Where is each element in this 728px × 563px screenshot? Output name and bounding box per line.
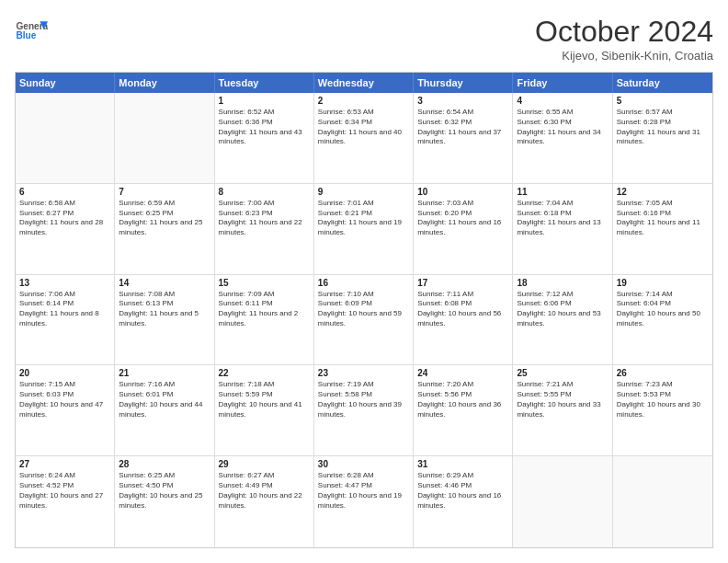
week-row-2: 6Sunrise: 6:58 AMSunset: 6:27 PMDaylight… (16, 184, 712, 275)
cell-info: Sunrise: 6:57 AMSunset: 6:28 PMDaylight:… (617, 108, 709, 147)
day-cell-15: 15Sunrise: 7:09 AMSunset: 6:11 PMDayligh… (215, 275, 314, 365)
day-cell-26: 26Sunrise: 7:23 AMSunset: 5:53 PMDayligh… (613, 365, 712, 455)
day-cell-17: 17Sunrise: 7:11 AMSunset: 6:08 PMDayligh… (414, 275, 513, 365)
header-day-friday: Friday (513, 73, 612, 93)
day-cell-9: 9Sunrise: 7:01 AMSunset: 6:21 PMDaylight… (314, 184, 414, 274)
svg-text:Blue: Blue (16, 30, 36, 40)
week-row-5: 27Sunrise: 6:24 AMSunset: 4:52 PMDayligh… (16, 456, 712, 547)
day-number: 17 (417, 278, 508, 288)
header-day-monday: Monday (115, 73, 214, 93)
cell-info: Sunrise: 6:53 AMSunset: 6:34 PMDaylight:… (318, 108, 409, 147)
day-cell-18: 18Sunrise: 7:12 AMSunset: 6:06 PMDayligh… (513, 275, 612, 365)
cell-info: Sunrise: 7:09 AMSunset: 6:11 PMDaylight:… (219, 290, 310, 329)
day-number: 11 (517, 187, 608, 197)
cell-info: Sunrise: 7:10 AMSunset: 6:09 PMDaylight:… (318, 290, 409, 329)
day-number: 8 (219, 187, 310, 197)
day-number: 14 (119, 278, 210, 288)
cell-info: Sunrise: 6:27 AMSunset: 4:49 PMDaylight:… (219, 471, 310, 511)
cell-info: Sunrise: 6:55 AMSunset: 6:30 PMDaylight:… (517, 108, 608, 147)
day-number: 1 (219, 96, 310, 106)
day-number: 21 (119, 368, 210, 378)
day-cell-5: 5Sunrise: 6:57 AMSunset: 6:28 PMDaylight… (613, 93, 712, 183)
day-cell-21: 21Sunrise: 7:16 AMSunset: 6:01 PMDayligh… (115, 365, 214, 455)
day-number: 24 (417, 368, 508, 378)
day-number: 25 (517, 368, 608, 378)
day-cell-10: 10Sunrise: 7:03 AMSunset: 6:20 PMDayligh… (414, 184, 513, 274)
day-number: 6 (19, 187, 110, 197)
day-number: 4 (517, 96, 608, 106)
cell-info: Sunrise: 7:04 AMSunset: 6:18 PMDaylight:… (517, 199, 608, 238)
day-number: 22 (219, 368, 310, 378)
day-number: 2 (318, 96, 409, 106)
cell-info: Sunrise: 6:25 AMSunset: 4:50 PMDaylight:… (119, 471, 210, 511)
day-cell-14: 14Sunrise: 7:08 AMSunset: 6:13 PMDayligh… (115, 275, 214, 365)
day-cell-23: 23Sunrise: 7:19 AMSunset: 5:58 PMDayligh… (314, 365, 414, 455)
day-number: 3 (417, 96, 508, 106)
cell-info: Sunrise: 7:12 AMSunset: 6:06 PMDaylight:… (517, 290, 608, 329)
empty-cell (115, 93, 214, 183)
week-row-1: 1Sunrise: 6:52 AMSunset: 6:36 PMDaylight… (16, 93, 712, 184)
day-number: 23 (318, 368, 409, 378)
day-number: 12 (617, 187, 709, 197)
cell-info: Sunrise: 7:14 AMSunset: 6:04 PMDaylight:… (617, 290, 709, 329)
day-cell-19: 19Sunrise: 7:14 AMSunset: 6:04 PMDayligh… (613, 275, 712, 365)
cell-info: Sunrise: 7:21 AMSunset: 5:55 PMDaylight:… (517, 380, 608, 419)
cell-info: Sunrise: 6:29 AMSunset: 4:46 PMDaylight:… (417, 471, 508, 511)
day-number: 28 (119, 459, 210, 469)
day-cell-7: 7Sunrise: 6:59 AMSunset: 6:25 PMDaylight… (115, 184, 214, 274)
day-cell-31: 31Sunrise: 6:29 AMSunset: 4:46 PMDayligh… (414, 456, 513, 547)
cell-info: Sunrise: 6:59 AMSunset: 6:25 PMDaylight:… (119, 199, 210, 238)
day-number: 27 (19, 459, 110, 469)
cell-info: Sunrise: 7:05 AMSunset: 6:16 PMDaylight:… (617, 199, 709, 238)
day-number: 7 (119, 187, 210, 197)
cell-info: Sunrise: 7:06 AMSunset: 6:14 PMDaylight:… (19, 290, 110, 329)
cell-info: Sunrise: 6:28 AMSunset: 4:47 PMDaylight:… (318, 471, 409, 511)
day-cell-6: 6Sunrise: 6:58 AMSunset: 6:27 PMDaylight… (16, 184, 115, 274)
header-day-tuesday: Tuesday (215, 73, 314, 93)
cell-info: Sunrise: 7:08 AMSunset: 6:13 PMDaylight:… (119, 290, 210, 329)
day-cell-28: 28Sunrise: 6:25 AMSunset: 4:50 PMDayligh… (115, 456, 214, 547)
header-day-sunday: Sunday (16, 73, 115, 93)
day-cell-29: 29Sunrise: 6:27 AMSunset: 4:49 PMDayligh… (215, 456, 314, 547)
day-cell-1: 1Sunrise: 6:52 AMSunset: 6:36 PMDaylight… (215, 93, 314, 183)
day-cell-25: 25Sunrise: 7:21 AMSunset: 5:55 PMDayligh… (513, 365, 612, 455)
day-cell-30: 30Sunrise: 6:28 AMSunset: 4:47 PMDayligh… (314, 456, 414, 547)
day-number: 18 (517, 278, 608, 288)
day-cell-13: 13Sunrise: 7:06 AMSunset: 6:14 PMDayligh… (16, 275, 115, 365)
day-cell-2: 2Sunrise: 6:53 AMSunset: 6:34 PMDaylight… (314, 93, 414, 183)
cell-info: Sunrise: 7:15 AMSunset: 6:03 PMDaylight:… (19, 380, 110, 419)
cell-info: Sunrise: 6:58 AMSunset: 6:27 PMDaylight:… (19, 199, 110, 238)
month-title: October 2024 (535, 15, 713, 49)
day-cell-3: 3Sunrise: 6:54 AMSunset: 6:32 PMDaylight… (414, 93, 513, 183)
day-cell-22: 22Sunrise: 7:18 AMSunset: 5:59 PMDayligh… (215, 365, 314, 455)
day-number: 30 (318, 459, 409, 469)
cell-info: Sunrise: 6:52 AMSunset: 6:36 PMDaylight:… (219, 108, 310, 147)
logo-icon: General Blue (15, 15, 48, 48)
cell-info: Sunrise: 7:03 AMSunset: 6:20 PMDaylight:… (417, 199, 508, 238)
cell-info: Sunrise: 6:24 AMSunset: 4:52 PMDaylight:… (19, 471, 110, 511)
title-section: October 2024 Kijevo, Sibenik-Knin, Croat… (535, 15, 713, 63)
day-number: 16 (318, 278, 409, 288)
day-cell-16: 16Sunrise: 7:10 AMSunset: 6:09 PMDayligh… (314, 275, 414, 365)
day-number: 15 (219, 278, 310, 288)
day-number: 13 (19, 278, 110, 288)
week-row-3: 13Sunrise: 7:06 AMSunset: 6:14 PMDayligh… (16, 275, 712, 366)
cell-info: Sunrise: 7:20 AMSunset: 5:56 PMDaylight:… (417, 380, 508, 419)
day-cell-11: 11Sunrise: 7:04 AMSunset: 6:18 PMDayligh… (513, 184, 612, 274)
location: Kijevo, Sibenik-Knin, Croatia (535, 49, 713, 63)
day-number: 20 (19, 368, 110, 378)
header: General Blue October 2024 Kijevo, Sibeni… (15, 15, 713, 63)
day-number: 26 (617, 368, 709, 378)
day-cell-24: 24Sunrise: 7:20 AMSunset: 5:56 PMDayligh… (414, 365, 513, 455)
cell-info: Sunrise: 7:23 AMSunset: 5:53 PMDaylight:… (617, 380, 709, 419)
cell-info: Sunrise: 7:19 AMSunset: 5:58 PMDaylight:… (318, 380, 409, 419)
calendar-body: 1Sunrise: 6:52 AMSunset: 6:36 PMDaylight… (16, 93, 712, 547)
cell-info: Sunrise: 7:11 AMSunset: 6:08 PMDaylight:… (417, 290, 508, 329)
cell-info: Sunrise: 7:18 AMSunset: 5:59 PMDaylight:… (219, 380, 310, 419)
day-cell-27: 27Sunrise: 6:24 AMSunset: 4:52 PMDayligh… (16, 456, 115, 547)
day-number: 9 (318, 187, 409, 197)
logo: General Blue (15, 15, 48, 48)
cell-info: Sunrise: 6:54 AMSunset: 6:32 PMDaylight:… (417, 108, 508, 147)
header-day-wednesday: Wednesday (314, 73, 414, 93)
header-day-saturday: Saturday (613, 73, 712, 93)
